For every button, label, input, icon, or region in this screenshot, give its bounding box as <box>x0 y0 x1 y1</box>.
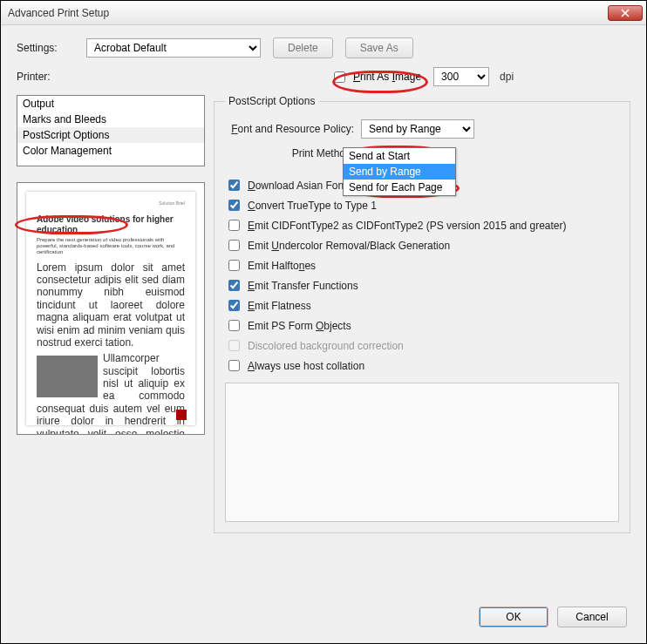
font-policy-select[interactable]: Send by Range <box>361 119 474 139</box>
font-policy-dropdown-list[interactable]: Send at Start Send by Range Send for Eac… <box>343 147 456 196</box>
printer-label: Printer: <box>17 71 86 83</box>
check-emit-flatness: Emit Flatness <box>225 297 619 314</box>
check-emit-halftones: Emit Halftones <box>225 257 619 274</box>
check-host-collation: Always use host collation <box>225 357 619 374</box>
checkbox-discolored-bg <box>228 340 240 351</box>
settings-label: Settings: <box>17 42 86 54</box>
category-postscript-options[interactable]: PostScript Options <box>17 127 204 143</box>
print-as-image-group: Print As Image 300 dpi <box>330 67 514 86</box>
description-box <box>225 383 619 522</box>
dialog-content: Settings: Acrobat Default Delete Save As… <box>1 25 646 546</box>
category-marks-bleeds[interactable]: Marks and Bleeds <box>17 112 204 127</box>
preview-page: Solution Brief Adobe video solutions for… <box>26 192 195 425</box>
font-policy-row: Font and Resource Policy: Send by Range <box>225 119 619 139</box>
ok-button[interactable]: OK <box>479 607 548 627</box>
dialog-footer: OK Cancel <box>479 607 627 627</box>
postscript-options-legend: PostScript Options <box>225 95 318 107</box>
checkbox-emit-undercolor[interactable] <box>228 240 240 251</box>
checkbox-emit-cidfonttype2[interactable] <box>228 220 240 231</box>
checkbox-emit-flatness[interactable] <box>228 300 240 311</box>
print-as-image-label: Print As Image <box>353 71 421 83</box>
close-icon <box>621 9 630 17</box>
preview-subheading: Prepare the next generation of video pro… <box>37 237 185 256</box>
dpi-unit-label: dpi <box>500 71 514 83</box>
window-title: Advanced Print Setup <box>4 7 608 19</box>
check-emit-undercolor: Emit Undercolor Removal/Black Generation <box>225 237 619 254</box>
checkbox-download-asian-fonts[interactable] <box>228 180 240 191</box>
checkbox-emit-ps-form[interactable] <box>228 320 240 331</box>
check-emit-ps-form: Emit PS Form Objects <box>225 317 619 334</box>
checkbox-emit-transfer[interactable] <box>228 280 240 291</box>
checkbox-emit-halftones[interactable] <box>228 260 240 271</box>
category-list[interactable]: Output Marks and Bleeds PostScript Optio… <box>17 95 205 166</box>
cancel-button[interactable]: Cancel <box>557 607 627 627</box>
page-preview: Solution Brief Adobe video solutions for… <box>17 182 205 435</box>
font-policy-label: Font and Resource Policy: <box>225 123 354 135</box>
check-discolored-bg: Discolored background correction <box>225 337 619 354</box>
font-policy-option-start[interactable]: Send at Start <box>344 148 455 164</box>
check-emit-transfer: Emit Transfer Functions <box>225 277 619 294</box>
settings-select[interactable]: Acrobat Default <box>86 38 261 58</box>
font-policy-option-each-page[interactable]: Send for Each Page <box>344 180 455 195</box>
close-button[interactable] <box>608 5 643 21</box>
print-method-label: Print Method: <box>225 147 354 159</box>
print-as-image-checkbox[interactable] <box>334 71 345 83</box>
font-policy-option-range[interactable]: Send by Range <box>344 164 455 180</box>
save-as-button[interactable]: Save As <box>345 37 413 58</box>
check-emit-cidfonttype2: Emit CIDFontType2 as CIDFontType2 (PS ve… <box>225 217 619 234</box>
printer-row: Printer: Print As Image 300 dpi <box>17 67 630 86</box>
advanced-print-setup-dialog: Advanced Print Setup Settings: Acrobat D… <box>0 0 647 644</box>
checkbox-host-collation[interactable] <box>228 360 240 371</box>
preview-heading: Adobe video solutions for higher educati… <box>37 214 185 235</box>
delete-button[interactable]: Delete <box>273 37 333 58</box>
check-convert-truetype: Convert TrueType to Type 1 <box>225 197 619 214</box>
settings-row: Settings: Acrobat Default Delete Save As <box>17 37 630 58</box>
category-color-management[interactable]: Color Management <box>17 143 204 159</box>
dpi-select[interactable]: 300 <box>433 67 489 86</box>
preview-image <box>37 356 98 397</box>
titlebar: Advanced Print Setup <box>1 1 646 25</box>
category-output[interactable]: Output <box>17 96 204 112</box>
checkbox-convert-truetype[interactable] <box>228 200 240 211</box>
adobe-logo-icon <box>176 410 187 420</box>
